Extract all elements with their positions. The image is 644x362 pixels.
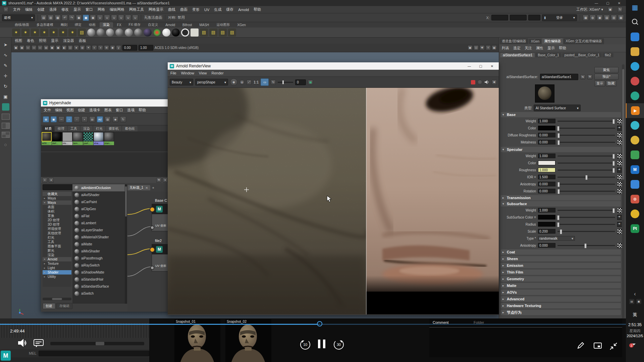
attribute-value-field[interactable]: 0.000 (538, 189, 555, 193)
shelf-icon[interactable] (219, 28, 227, 37)
create-tree-item[interactable]: 环境纹理 (43, 227, 71, 231)
shader-list-item[interactable]: aiStandardHair (72, 276, 127, 283)
viewport-right-icon[interactable]: ✚ (480, 45, 485, 50)
show-button[interactable]: 显示 (594, 80, 605, 86)
exposure-field[interactable]: 0.00 (122, 45, 137, 51)
tool-icon[interactable]: ✛ (2, 72, 9, 79)
close-button[interactable]: ✕ (614, 1, 624, 5)
hypershade-category-tab[interactable]: 灯光 (93, 126, 105, 131)
node-editor-graph[interactable]: Base C M UV 坐标 file2 M UV 坐标 (127, 192, 169, 312)
taskbar-app-icon[interactable] (626, 177, 644, 192)
menu-item[interactable]: 网格显示 (149, 7, 163, 12)
shader-list-item[interactable]: aiSwitch (72, 290, 127, 297)
material-swatch[interactable]: def... (52, 132, 62, 145)
panel-tab[interactable]: 通道盒/层编辑器 (500, 38, 528, 44)
range-slider-handle[interactable] (96, 342, 104, 345)
hypershade-menu-item[interactable]: 帮助 (139, 108, 146, 113)
menu-item[interactable]: 编辑 (25, 7, 33, 12)
create-tree-item[interactable]: ▾Maya (43, 200, 71, 205)
shader-list-item[interactable]: aiAxfShader (72, 191, 127, 198)
renderview-menu-item[interactable]: Window (181, 71, 194, 75)
workspace-selector[interactable]: 工作区: XGen* ▾ (576, 7, 603, 12)
attribute-slider[interactable] (557, 128, 615, 129)
colorspace-label[interactable]: ACES 1.0 SDR-video (sRGB) (155, 46, 199, 50)
taskbar-collapse-icon[interactable]: ‹ (626, 291, 644, 297)
shelf-icon[interactable] (59, 28, 67, 37)
shelf-tab[interactable]: 雕刻 (57, 22, 71, 27)
shelf-icon[interactable] (144, 28, 152, 37)
type-dropdown[interactable]: AI Standard Surface▾ (534, 105, 581, 111)
shelf-icon[interactable] (134, 28, 142, 37)
status-right-icon[interactable]: ▦ (618, 15, 624, 21)
menu-item[interactable]: 曲线 (168, 7, 175, 12)
shelf-icon[interactable] (50, 28, 58, 37)
layout-four-pane-icon[interactable] (2, 132, 10, 138)
taskbar-app-icon[interactable] (626, 206, 644, 221)
uv-port-icon[interactable] (150, 226, 154, 230)
menu-item[interactable]: 修改 (61, 7, 69, 12)
taskbar-app-icon[interactable] (626, 118, 644, 133)
tray-clipboard-icon[interactable]: ▣ (636, 299, 641, 304)
collapsed-section-header[interactable]: Advanced (501, 296, 621, 302)
attribute-slider[interactable] (557, 210, 615, 211)
shelf-icon[interactable] (40, 28, 48, 37)
status-icon[interactable]: ∪ (97, 15, 103, 21)
dock-icon[interactable]: ⧉ (156, 178, 161, 183)
hypershade-menu-item[interactable]: 窗口 (116, 108, 123, 113)
hypershade-toolbar-icon[interactable]: ▪ (82, 116, 88, 122)
taskbar-app-icon[interactable]: ▦ (626, 0, 644, 15)
panel-tab[interactable]: 属性编辑器 (542, 38, 563, 44)
attribute-value-field[interactable]: 1.000 (538, 154, 555, 158)
hypershade-menu-item[interactable]: 编辑 (55, 108, 62, 113)
material-swatch[interactable]: dis... (62, 132, 72, 145)
create-tree-item[interactable]: 渲染 (43, 253, 71, 257)
color-port-icon[interactable] (150, 207, 155, 212)
render-image[interactable] (168, 88, 499, 314)
snapshot-thumb[interactable]: Snapshot_01 (174, 319, 220, 362)
hypershade-category-tab[interactable]: 着色组 (122, 126, 138, 131)
status-icon[interactable]: ▣ (90, 15, 96, 21)
status-right-icon[interactable]: ▥ (611, 15, 617, 21)
texture-map-icon[interactable] (617, 182, 622, 187)
create-tree-item[interactable]: ▸Texture (43, 261, 71, 266)
texture-map-icon[interactable] (617, 229, 622, 234)
attribute-value-field[interactable]: 1.000 (538, 119, 555, 123)
material-swatch[interactable]: aiSt... (42, 132, 52, 145)
material-swatch[interactable]: part... (83, 132, 93, 145)
minimize-button[interactable]: — (465, 64, 474, 68)
snapshot-icon[interactable]: ◌ (477, 80, 482, 85)
texture-map-icon[interactable] (617, 189, 622, 194)
menu-item[interactable]: 文件 (13, 7, 20, 12)
rgba-channel-icon[interactable]: ◍ (239, 80, 245, 85)
maximize-button[interactable]: ▢ (476, 64, 485, 68)
taskbar-app-icon[interactable]: ⊙ (626, 192, 644, 206)
status-icon[interactable]: ∪ (125, 15, 131, 21)
menu-item[interactable]: 显示 (73, 7, 81, 12)
attribute-value-field[interactable]: 1.000 (538, 208, 555, 213)
attribute-value-field[interactable]: 1.000 (538, 168, 555, 172)
attribute-value-field[interactable] (538, 161, 555, 165)
attribute-editor-menu-item[interactable]: 属性 (536, 46, 543, 51)
attribute-editor-menu-item[interactable]: 帮助 (559, 46, 566, 51)
viewport-right-icon[interactable]: ≡ (486, 45, 491, 50)
create-tree-item[interactable]: 体积 (43, 209, 71, 214)
shelf-tab[interactable]: Arnold (162, 23, 178, 27)
create-tree-item[interactable]: ▸Maya (43, 196, 71, 200)
mel-input[interactable] (39, 351, 149, 356)
tool-icon[interactable]: ∿ (2, 51, 9, 59)
texture-map-icon[interactable] (617, 119, 622, 124)
hypershade-toolbar-icon[interactable]: ▫ (74, 116, 80, 122)
gear-icon[interactable]: ✱ (492, 80, 497, 85)
layout-two-pane-icon[interactable] (2, 123, 10, 129)
shelf-tab[interactable]: 自定义 (145, 22, 161, 27)
shelf-icon[interactable] (228, 28, 236, 37)
texture-map-icon[interactable] (617, 222, 622, 227)
workspace-save-icon[interactable]: ▣ (608, 7, 613, 12)
viewport-toolbar-icon[interactable]: ▣ (56, 45, 61, 50)
attribute-value-field[interactable]: 0.200 (538, 229, 555, 234)
viewport-menu-item[interactable]: 显示 (51, 38, 58, 43)
close-button[interactable]: ✕ (487, 64, 497, 68)
viewport-toolbar-icon[interactable]: ◉ (110, 45, 115, 50)
taskbar-app-icon[interactable] (626, 59, 644, 74)
shader-list-scrollbar[interactable] (125, 184, 127, 304)
